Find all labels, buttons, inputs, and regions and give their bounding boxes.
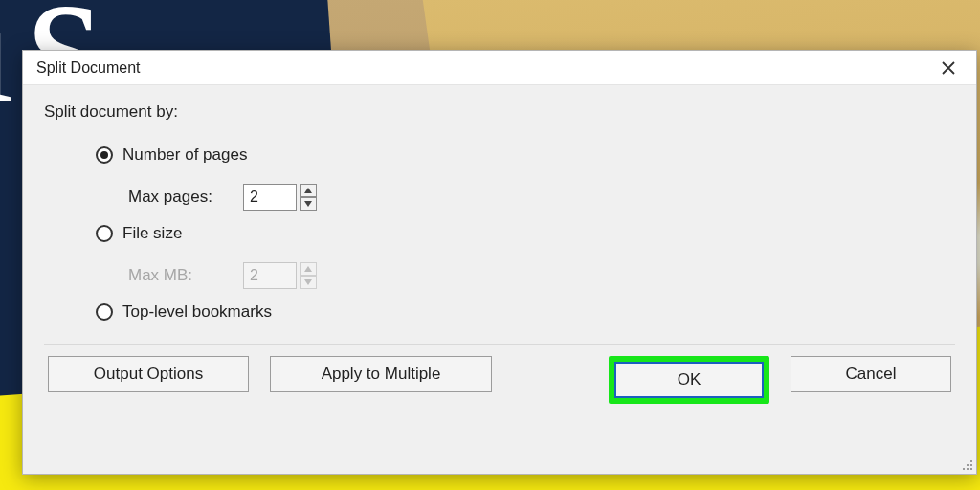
max-mb-label: Max MB: [128, 266, 243, 285]
option-label-size: File size [122, 224, 182, 243]
output-options-button[interactable]: Output Options [48, 356, 249, 392]
stage: n's l Split Document Split document by: … [0, 0, 980, 490]
radio-file-size[interactable] [96, 225, 113, 242]
max-pages-row: Max pages: [128, 175, 955, 219]
option-number-of-pages[interactable]: Number of pages [96, 141, 955, 169]
max-pages-spin-up[interactable] [300, 184, 317, 197]
max-pages-label: Max pages: [128, 188, 243, 207]
max-pages-spin-down[interactable] [300, 197, 317, 211]
cancel-button[interactable]: Cancel [791, 356, 951, 392]
max-mb-spin-up [300, 262, 317, 276]
option-label-pages: Number of pages [122, 145, 247, 165]
radio-number-of-pages[interactable] [96, 146, 113, 164]
ok-highlight: OK [609, 356, 769, 404]
divider [44, 344, 955, 345]
max-mb-stepper [243, 262, 317, 289]
chevron-up-icon [304, 188, 312, 193]
max-mb-spin-down [300, 276, 317, 289]
max-mb-input [243, 262, 297, 289]
max-pages-input[interactable] [243, 184, 297, 211]
radio-top-level-bookmarks[interactable] [96, 303, 113, 321]
resize-grip[interactable] [959, 457, 972, 470]
max-pages-stepper [243, 184, 317, 211]
ok-button[interactable]: OK [614, 362, 764, 398]
apply-to-multiple-button[interactable]: Apply to Multiple [270, 356, 492, 392]
dialog-title: Split Document [36, 59, 928, 77]
close-button[interactable] [928, 55, 969, 81]
titlebar: Split Document [23, 51, 976, 85]
close-icon [942, 61, 955, 75]
dialog-content: Split document by: Number of pages Max p… [23, 85, 976, 413]
split-document-dialog: Split Document Split document by: Number… [22, 50, 977, 475]
button-row: Output Options Apply to Multiple OK Canc… [44, 356, 955, 404]
section-label: Split document by: [44, 102, 955, 122]
option-file-size[interactable]: File size [96, 219, 955, 248]
chevron-up-icon [304, 266, 312, 272]
option-label-bookmarks: Top-level bookmarks [122, 302, 272, 322]
max-mb-row: Max MB: [128, 254, 955, 298]
chevron-down-icon [304, 279, 312, 285]
option-top-level-bookmarks[interactable]: Top-level bookmarks [96, 298, 955, 326]
chevron-down-icon [304, 201, 312, 207]
